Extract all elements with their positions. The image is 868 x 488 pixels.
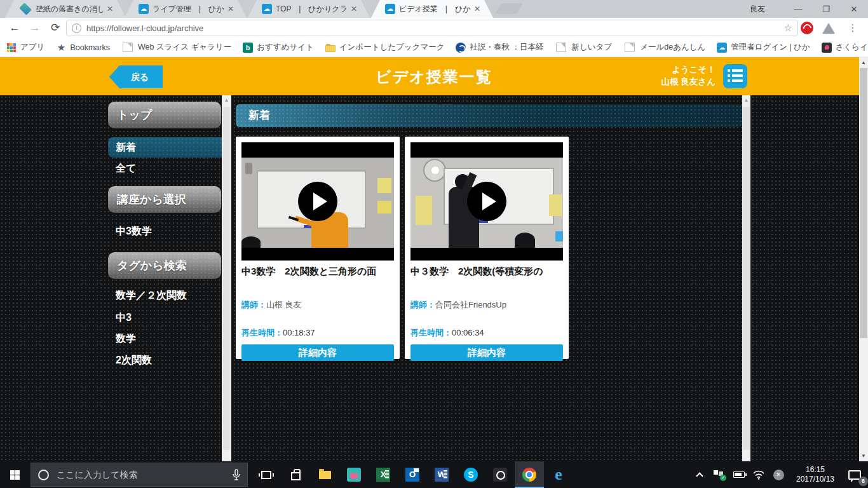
notification-badge: 6 xyxy=(858,477,868,486)
duration-row: 再生時間：00:18:37 xyxy=(241,327,394,339)
sidebar-item-new[interactable]: 新着 xyxy=(108,137,222,158)
chrome-menu-icon[interactable]: ⋮ xyxy=(846,22,859,34)
sidebar-item-tag-4[interactable]: 2次関数 xyxy=(108,350,222,370)
instructor-row: 講師：山根 良友 xyxy=(241,299,394,311)
back-icon[interactable]: ← xyxy=(6,20,23,36)
taskbar-app-store[interactable] xyxy=(281,461,310,488)
taskbar-app-chrome-active[interactable] xyxy=(515,461,544,488)
play-button-icon[interactable] xyxy=(467,182,506,221)
taskbar-app-word[interactable]: W xyxy=(427,461,456,488)
tab-close-icon[interactable]: ✕ xyxy=(227,4,234,13)
bookmark-item[interactable]: インポートしたブックマーク xyxy=(325,42,445,53)
minimize-button-icon[interactable]: — xyxy=(784,4,812,14)
chrome-icon xyxy=(522,468,536,482)
taskbar-app-edge[interactable]: e xyxy=(544,461,573,488)
page-icon xyxy=(556,43,566,52)
microphone-icon[interactable] xyxy=(232,469,241,484)
instructor-label: 講師： xyxy=(410,300,435,309)
address-bar[interactable]: i https://follower.l-cloud.jp/archive ☆ xyxy=(66,20,798,36)
taskbar-app-explorer[interactable] xyxy=(310,461,339,488)
tray-chevron-up-icon[interactable] xyxy=(693,468,707,482)
start-button[interactable] xyxy=(0,461,31,488)
tray-muted-icon[interactable]: ✕ xyxy=(771,468,785,482)
browser-toolbar: ← → ⟳ i https://follower.l-cloud.jp/arch… xyxy=(0,18,868,38)
tab-close-icon[interactable]: ✕ xyxy=(351,4,357,13)
content-scrollbar[interactable]: ▲ xyxy=(742,95,750,461)
taskbar-search[interactable] xyxy=(31,463,248,487)
tray-sync-check-icon[interactable]: ✓ xyxy=(712,468,726,482)
bookmark-item[interactable]: 新しいタブ xyxy=(555,42,612,53)
instructor-name: 合同会社FriendsUp xyxy=(435,300,506,309)
sidebar-item-course-math3[interactable]: 中3数学 xyxy=(108,221,222,241)
sidebar-scrollbar[interactable]: ▲ xyxy=(222,95,231,461)
tab-close-icon[interactable]: ✕ xyxy=(107,4,113,13)
url-text[interactable]: https://follower.l-cloud.jp/archive xyxy=(86,24,784,33)
bookmark-item[interactable]: さくらインターネットサーバ xyxy=(822,42,868,53)
reload-icon[interactable]: ⟳ xyxy=(47,20,64,36)
video-thumbnail[interactable] xyxy=(241,142,394,261)
browser-scrollbar[interactable]: ▲ ▼ xyxy=(859,57,868,461)
tray-wifi-icon[interactable] xyxy=(752,468,766,482)
instructor-name: 山根 良友 xyxy=(266,300,302,309)
screen: 壁紙の落書きの消し方！自 ✕ ☁ ライブ管理 | ひかりクラウ ✕ ☁ TOP … xyxy=(0,0,868,488)
store-icon xyxy=(291,472,301,480)
play-button-icon[interactable] xyxy=(298,182,337,221)
sidebar-item-all[interactable]: 全て xyxy=(108,158,222,179)
bookmark-apps[interactable]: アプリ xyxy=(6,42,44,53)
trend-micro-extension-icon[interactable] xyxy=(801,22,813,34)
video-thumbnail[interactable] xyxy=(410,142,563,261)
window-controls: — ❐ ✕ xyxy=(784,0,868,18)
sakura-icon xyxy=(822,43,832,53)
duration-value: 00:18:37 xyxy=(283,328,315,337)
action-center-button[interactable]: 6 xyxy=(845,468,864,482)
sidebar-item-tag-2[interactable]: 中3 xyxy=(108,308,222,328)
sidebar-item-tag-3[interactable]: 数学 xyxy=(108,329,222,349)
drive-extension-icon[interactable] xyxy=(822,23,835,34)
detail-button[interactable]: 詳細内容 xyxy=(241,344,394,361)
taskbar-app-camera[interactable] xyxy=(485,461,515,488)
tab-3[interactable]: ☁ TOP | ひかりクラウド スマ ✕ xyxy=(248,0,370,18)
bookmark-item[interactable]: メールdeあんしん xyxy=(623,42,705,53)
tab-1[interactable]: 壁紙の落書きの消し方！自 ✕ xyxy=(5,0,126,18)
bookmark-item[interactable]: b おすすめサイト xyxy=(243,42,314,53)
cloud-favicon-icon: ☁ xyxy=(139,4,149,14)
bookmark-item[interactable]: ☁ 管理者ログイン | ひか xyxy=(717,42,810,53)
tab-close-icon[interactable]: ✕ xyxy=(474,4,480,13)
scroll-up-icon[interactable]: ▲ xyxy=(222,97,231,103)
taskbar-app-skype[interactable]: S xyxy=(456,461,485,488)
chrome-profile-name[interactable]: 良友 xyxy=(750,4,765,15)
forward-icon[interactable]: → xyxy=(27,20,43,36)
new-tab-button[interactable] xyxy=(495,3,524,14)
scroll-up-icon[interactable]: ▲ xyxy=(742,97,750,103)
scroll-up-icon[interactable]: ▲ xyxy=(859,60,868,65)
cortana-icon xyxy=(38,470,49,480)
clock-date: 2017/10/13 xyxy=(791,475,839,484)
scrollbar-thumb[interactable] xyxy=(860,68,867,338)
welcome-text: ようこそ！ 山根 良友さん xyxy=(661,64,715,88)
tab-4-active[interactable]: ☁ ビデオ授業 | ひかりクラウ ✕ xyxy=(371,0,493,18)
detail-button[interactable]: 詳細内容 xyxy=(410,344,563,361)
sidebar-header-course: 講座から選択 xyxy=(108,186,221,213)
taskbar-app-outlook[interactable]: O xyxy=(398,461,427,488)
tab-2[interactable]: ☁ ライブ管理 | ひかりクラウ ✕ xyxy=(125,0,247,18)
taskbar-app-excel[interactable]: X xyxy=(369,461,398,488)
tray-battery-icon[interactable] xyxy=(732,468,746,482)
page-info-icon[interactable]: i xyxy=(72,24,81,33)
close-button-icon[interactable]: ✕ xyxy=(840,4,868,14)
bookmark-item[interactable]: Web スライス ギャラリー xyxy=(121,42,231,53)
folder-icon xyxy=(325,45,336,52)
list-menu-button[interactable] xyxy=(723,64,747,88)
bookmark-star-icon[interactable]: ☆ xyxy=(784,22,792,34)
search-input[interactable] xyxy=(57,470,209,480)
taskbar-app-movie[interactable] xyxy=(339,461,369,488)
taskbar: X O W S e ✓ ✕ 16:15 2017/10/13 6 xyxy=(0,461,868,488)
sidebar-item-tag-1[interactable]: 数学／２次関数 xyxy=(108,285,222,306)
task-view-button[interactable] xyxy=(252,461,281,488)
restore-button-icon[interactable]: ❐ xyxy=(812,4,840,14)
bookmark-item[interactable]: ★ Bookmarks xyxy=(56,43,110,53)
scrollbar-thumb[interactable] xyxy=(743,107,750,450)
scrollbar-thumb[interactable] xyxy=(223,107,230,450)
tray-clock[interactable]: 16:15 2017/10/13 xyxy=(791,465,839,484)
bookmark-item[interactable]: 社説・春秋 ：日本経 xyxy=(456,42,543,53)
scroll-down-icon[interactable]: ▼ xyxy=(859,453,868,459)
